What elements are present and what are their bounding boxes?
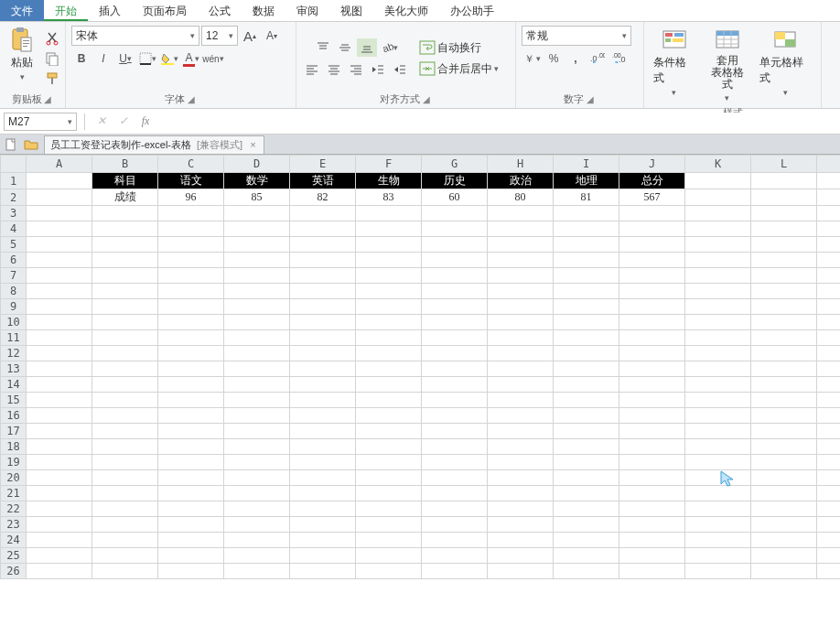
cell-A4[interactable] [27, 221, 92, 237]
bold-button[interactable]: B [71, 49, 92, 68]
file-tab[interactable]: 员工工资登记表制作-excel-表格 [兼容模式] × [44, 135, 264, 154]
cell-H2[interactable]: 80 [488, 189, 554, 206]
col-head-C[interactable]: C [158, 156, 224, 173]
cell-C24[interactable] [158, 533, 224, 548]
increase-font-button[interactable]: A▴ [240, 27, 260, 45]
align-top-button[interactable] [313, 38, 333, 57]
cell-C2[interactable]: 96 [158, 189, 224, 206]
cell-F20[interactable] [356, 470, 422, 486]
cell-E19[interactable] [290, 455, 356, 470]
cell-C23[interactable] [158, 517, 224, 533]
cell-K24[interactable] [685, 533, 751, 548]
cell-K22[interactable] [685, 501, 751, 517]
cell-G8[interactable] [422, 284, 488, 299]
row-head-23[interactable]: 23 [1, 517, 27, 533]
row-head-25[interactable]: 25 [1, 548, 27, 564]
cell-E20[interactable] [290, 470, 356, 486]
cell-L22[interactable] [751, 501, 817, 517]
cell-D6[interactable] [224, 253, 290, 268]
cell-H25[interactable] [488, 548, 554, 564]
dialog-launcher-icon[interactable]: ◢ [42, 94, 54, 104]
menu-insert[interactable]: 插入 [88, 0, 132, 21]
cell-A17[interactable] [27, 424, 92, 439]
cell-B15[interactable] [92, 393, 158, 408]
cell-D22[interactable] [224, 501, 290, 517]
cell-B16[interactable] [92, 408, 158, 424]
cell-E14[interactable] [290, 377, 356, 393]
cell-B12[interactable] [92, 346, 158, 361]
col-head-overflow[interactable] [817, 156, 841, 173]
cell-J6[interactable] [619, 253, 685, 268]
name-box[interactable]: M27▾ [4, 113, 77, 131]
cell-K1[interactable] [685, 173, 751, 189]
cell-L21[interactable] [751, 486, 817, 501]
row-head-5[interactable]: 5 [1, 237, 27, 253]
increase-decimal-button[interactable]: .0.00 [587, 49, 608, 68]
cell-L25[interactable] [751, 548, 817, 564]
cell-C4[interactable] [158, 221, 224, 237]
row-head-10[interactable]: 10 [1, 315, 27, 330]
cell-C8[interactable] [158, 284, 224, 299]
font-size-select[interactable]: 12▾ [201, 26, 238, 46]
cell-D17[interactable] [224, 424, 290, 439]
cell-E12[interactable] [290, 346, 356, 361]
cell-C7[interactable] [158, 268, 224, 284]
cell-G25[interactable] [422, 548, 488, 564]
row-head-1[interactable]: 1 [1, 173, 27, 189]
cell-J24[interactable] [619, 533, 685, 548]
col-head-E[interactable]: E [290, 156, 356, 173]
cell-G14[interactable] [422, 377, 488, 393]
cell-F17[interactable] [356, 424, 422, 439]
cancel-button[interactable]: ✕ [92, 113, 111, 130]
cell-I6[interactable] [554, 253, 619, 268]
cell-G20[interactable] [422, 470, 488, 486]
cell-K21[interactable] [685, 486, 751, 501]
cell-L12[interactable] [751, 346, 817, 361]
cell-L3[interactable] [751, 206, 817, 221]
cell-J1[interactable]: 总分 [619, 173, 685, 189]
cell-E13[interactable] [290, 361, 356, 377]
cell-G15[interactable] [422, 393, 488, 408]
cell-A23[interactable] [27, 517, 92, 533]
cell-C1[interactable]: 语文 [158, 173, 224, 189]
cell-J13[interactable] [619, 361, 685, 377]
cell-H14[interactable] [488, 377, 554, 393]
cell-J17[interactable] [619, 424, 685, 439]
cell-D9[interactable] [224, 299, 290, 315]
cell-I18[interactable] [554, 439, 619, 455]
format-painter-button[interactable] [42, 70, 62, 88]
cell-I10[interactable] [554, 315, 619, 330]
cell-G11[interactable] [422, 330, 488, 346]
cell-B2[interactable]: 成绩 [92, 189, 158, 206]
cell-C21[interactable] [158, 486, 224, 501]
cell-B4[interactable] [92, 221, 158, 237]
cell-J15[interactable] [619, 393, 685, 408]
cell-A1[interactable] [27, 173, 92, 189]
cell-H21[interactable] [488, 486, 554, 501]
cell-X18[interactable] [817, 439, 841, 455]
cell-E17[interactable] [290, 424, 356, 439]
cell-A8[interactable] [27, 284, 92, 299]
cell-B7[interactable] [92, 268, 158, 284]
cell-A19[interactable] [27, 455, 92, 470]
cell-X5[interactable] [817, 237, 841, 253]
cell-X25[interactable] [817, 548, 841, 564]
cell-F5[interactable] [356, 237, 422, 253]
dialog-launcher-icon[interactable]: ◢ [584, 94, 596, 104]
underline-button[interactable]: U▾ [115, 49, 135, 68]
cell-F9[interactable] [356, 299, 422, 315]
cell-L8[interactable] [751, 284, 817, 299]
cell-J9[interactable] [619, 299, 685, 315]
merge-center-button[interactable]: 合并后居中 ▾ [419, 61, 499, 77]
row-head-19[interactable]: 19 [1, 455, 27, 470]
cell-D23[interactable] [224, 517, 290, 533]
cell-L7[interactable] [751, 268, 817, 284]
cell-L9[interactable] [751, 299, 817, 315]
row-head-6[interactable]: 6 [1, 253, 27, 268]
cell-F24[interactable] [356, 533, 422, 548]
cell-E2[interactable]: 82 [290, 189, 356, 206]
cell-G7[interactable] [422, 268, 488, 284]
cell-J21[interactable] [619, 486, 685, 501]
cell-E15[interactable] [290, 393, 356, 408]
decrease-decimal-button[interactable]: .00.0 [609, 49, 630, 68]
